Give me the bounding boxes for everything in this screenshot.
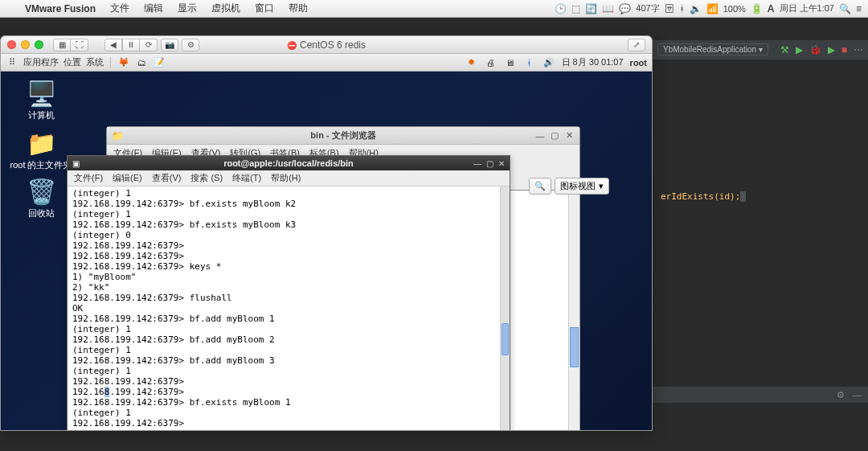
panel-user[interactable]: root bbox=[630, 58, 647, 68]
t-view[interactable]: 查看(V) bbox=[152, 172, 182, 184]
file-browser-scrollbar[interactable] bbox=[568, 191, 579, 431]
panel-clock[interactable]: 日 8月 30 01:07 bbox=[562, 56, 624, 68]
gnome-panel: ⠿ 应用程序 位置 系统 🦊 🗂 📝 ✹ 🖨 🖥 ᚼ 🔊 日 8月 30 01:… bbox=[1, 54, 652, 72]
debug-icon[interactable]: 🐞 bbox=[809, 44, 821, 55]
ide-toolbar: ⚒ ▶ 🐞 ▶ ■ ⋯ bbox=[780, 40, 863, 59]
input-icon[interactable]: 🈂 bbox=[665, 3, 674, 14]
tray-icon[interactable]: 📖 bbox=[602, 3, 614, 14]
bt-icon[interactable]: ᚼ bbox=[679, 3, 685, 14]
ide-statusbar: ⚙ — bbox=[653, 387, 868, 403]
traffic-lights bbox=[7, 40, 43, 49]
menu-file[interactable]: 文件 bbox=[103, 2, 137, 15]
icon-label: root 的主文件夹 bbox=[10, 160, 72, 170]
more-icon[interactable]: ⋯ bbox=[854, 44, 863, 55]
menu-edit[interactable]: 编辑 bbox=[137, 2, 170, 15]
window-title: bin - 文件浏览器 bbox=[107, 129, 579, 141]
tray-icon[interactable]: 🕒 bbox=[555, 3, 567, 14]
scroll-thumb[interactable] bbox=[502, 323, 509, 355]
firefox-icon[interactable]: 🦊 bbox=[117, 56, 130, 69]
icon-label: 回收站 bbox=[28, 208, 55, 218]
coverage-icon[interactable]: ▶ bbox=[828, 44, 835, 55]
t-edit[interactable]: 编辑(E) bbox=[113, 172, 142, 184]
terminal-titlebar[interactable]: ▣ root@apple:/usr/local/redis/bin — ▢ ✕ bbox=[68, 156, 510, 170]
menu-help[interactable]: 帮助 bbox=[281, 2, 315, 15]
scroll-thumb[interactable] bbox=[570, 327, 579, 367]
view-mode-dropdown[interactable]: 图标视图 ▾ bbox=[555, 178, 609, 195]
file-manager-icon[interactable]: 🗂 bbox=[135, 56, 148, 69]
network-icon[interactable]: 🖥 bbox=[504, 56, 517, 69]
app-menu[interactable]: VMware Fusion bbox=[18, 3, 103, 14]
spotlight-icon[interactable]: 🔍 bbox=[839, 3, 851, 14]
vm-sidebar-icon[interactable]: ▦ bbox=[53, 39, 71, 51]
battery-pct: 100% bbox=[723, 4, 746, 14]
zoom-icon[interactable] bbox=[35, 40, 43, 49]
vm-fullscreen-icon[interactable]: ⛶ bbox=[71, 39, 88, 51]
file-browser-toolbar: 🔍 图标视图 ▾ bbox=[529, 178, 609, 195]
terminal-window[interactable]: ▣ root@apple:/usr/local/redis/bin — ▢ ✕ … bbox=[67, 155, 510, 431]
code-fragment: erIdExists(id); bbox=[661, 191, 740, 202]
zoom-button[interactable]: 🔍 bbox=[529, 178, 551, 195]
menu-window[interactable]: 窗口 bbox=[248, 2, 281, 15]
t-term[interactable]: 终端(T) bbox=[232, 172, 261, 184]
run-config-dropdown[interactable]: YbMobileRedisApplication ▾ bbox=[657, 43, 768, 55]
menubar-right: 🕒 ⬚ 🔄 📖 💬 407字 🈂 ᚼ 🔈 📶 100% 🔋 A 周日 上午1:0… bbox=[555, 2, 868, 14]
close-icon[interactable] bbox=[7, 40, 16, 49]
char-count: 407字 bbox=[636, 2, 659, 14]
tray-icon[interactable]: 🔄 bbox=[585, 3, 597, 14]
wifi-icon[interactable]: 📶 bbox=[706, 3, 719, 14]
panel-grip-icon[interactable]: ⠿ bbox=[6, 56, 18, 69]
update-icon[interactable]: ✹ bbox=[465, 56, 478, 69]
notif-icon[interactable]: ≡ bbox=[856, 3, 862, 14]
icon-label: 计算机 bbox=[28, 110, 55, 120]
vmware-window: ▦ ⛶ ◀ ⏸ ⟳ 📷 ⚙ CentOS 6 redis ⤢ ⠿ 应用程序 位置… bbox=[0, 35, 653, 431]
gear-icon[interactable]: ⚙ bbox=[837, 390, 845, 400]
panel-system[interactable]: 系统 bbox=[86, 56, 104, 68]
vm-snapshot-icon[interactable]: 📷 bbox=[161, 39, 178, 51]
file-browser-titlebar[interactable]: 📁 bin - 文件浏览器 — ▢ ✕ bbox=[107, 127, 579, 145]
menu-vm[interactable]: 虚拟机 bbox=[204, 2, 248, 15]
run-icon[interactable]: ▶ bbox=[796, 44, 803, 55]
note-icon[interactable]: 📝 bbox=[153, 56, 166, 69]
desktop-trash-icon[interactable]: 🗑️回收站 bbox=[15, 178, 67, 219]
t-file[interactable]: 文件(F) bbox=[74, 172, 103, 184]
vmware-titlebar[interactable]: ▦ ⛶ ◀ ⏸ ⟳ 📷 ⚙ CentOS 6 redis ⤢ bbox=[1, 36, 652, 54]
terminal-menubar: 文件(F) 编辑(E) 查看(V) 搜索 (S) 终端(T) 帮助(H) bbox=[68, 170, 510, 187]
panel-places[interactable]: 位置 bbox=[63, 56, 81, 68]
vm-expand-icon[interactable]: ⤢ bbox=[628, 39, 645, 51]
t-search[interactable]: 搜索 (S) bbox=[190, 172, 223, 184]
hammer-icon[interactable]: ⚒ bbox=[780, 44, 789, 55]
vm-settings-icon[interactable]: ⚙ bbox=[182, 39, 199, 51]
guest-desktop[interactable]: 🖥️计算机 📁root 的主文件夹 🗑️回收站 📁 bin - 文件浏览器 — … bbox=[1, 72, 652, 430]
a-icon[interactable]: A bbox=[768, 3, 775, 14]
bluetooth-icon[interactable]: ᚼ bbox=[523, 56, 536, 69]
terminal-scrollbar[interactable] bbox=[500, 187, 510, 431]
vm-title: CentOS 6 redis bbox=[1, 39, 652, 51]
menu-view[interactable]: 显示 bbox=[170, 2, 204, 15]
panel-apps[interactable]: 应用程序 bbox=[23, 56, 59, 68]
desktop-computer-icon[interactable]: 🖥️计算机 bbox=[15, 80, 67, 121]
clock: 周日 上午1:07 bbox=[780, 2, 834, 14]
minimize-icon[interactable] bbox=[21, 40, 30, 49]
wechat-icon[interactable]: 💬 bbox=[619, 3, 631, 14]
minimize-panel-icon[interactable]: — bbox=[853, 390, 862, 400]
tray-icon[interactable]: ⬚ bbox=[571, 3, 580, 14]
mac-menubar: VMware Fusion 文件 编辑 显示 虚拟机 窗口 帮助 🕒 ⬚ 🔄 📖… bbox=[0, 0, 868, 18]
separator bbox=[110, 57, 111, 68]
stop-icon[interactable]: ■ bbox=[841, 44, 847, 55]
vol-icon[interactable]: 🔈 bbox=[690, 3, 702, 14]
vm-back-icon[interactable]: ◀ bbox=[104, 39, 122, 51]
printer-icon[interactable]: 🖨 bbox=[485, 56, 497, 69]
vm-reset-icon[interactable]: ⟳ bbox=[140, 39, 158, 51]
battery-icon[interactable]: 🔋 bbox=[751, 3, 763, 14]
terminal-output[interactable]: (integer) 1 192.168.199.142:6379> bf.exi… bbox=[68, 187, 500, 431]
desktop-home-icon[interactable]: 📁root 的主文件夹 bbox=[9, 129, 73, 171]
vm-pause-icon[interactable]: ⏸ bbox=[122, 39, 140, 51]
t-help[interactable]: 帮助(H) bbox=[271, 172, 301, 184]
volume-icon[interactable]: 🔊 bbox=[542, 56, 555, 69]
window-title: root@apple:/usr/local/redis/bin bbox=[68, 158, 510, 168]
